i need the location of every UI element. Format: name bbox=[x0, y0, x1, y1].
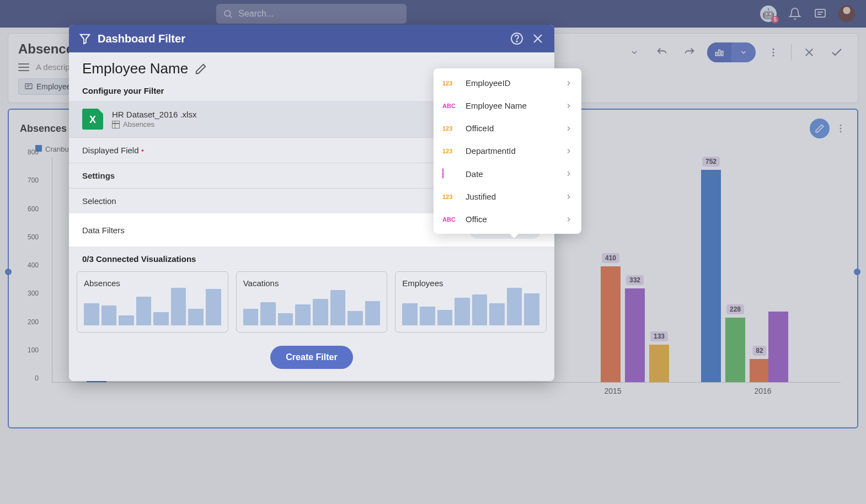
chevron-right-icon bbox=[565, 216, 573, 223]
datasource-filename: HR Dataset_2016 .xlsx bbox=[112, 110, 196, 119]
resize-handle-right[interactable] bbox=[854, 269, 860, 275]
edit-name-icon[interactable] bbox=[195, 63, 207, 75]
bar-value-label: 133 bbox=[650, 331, 668, 341]
chart-icon bbox=[707, 42, 731, 62]
y-tick: 100 bbox=[28, 346, 39, 354]
viz-card-title: Vacations bbox=[243, 278, 381, 288]
svg-point-14 bbox=[840, 125, 842, 126]
more-icon[interactable] bbox=[763, 42, 783, 62]
redo-button[interactable] bbox=[680, 42, 699, 62]
chevron-right-icon bbox=[565, 193, 573, 201]
chart-bar bbox=[768, 312, 788, 382]
undo-button[interactable] bbox=[652, 42, 672, 62]
field-option[interactable]: Date bbox=[434, 162, 581, 185]
field-option-label: Office bbox=[466, 215, 557, 224]
data-filters-label: Data Filters bbox=[82, 226, 125, 235]
chevron-right-icon bbox=[565, 79, 573, 87]
viz-card[interactable]: Vacations bbox=[236, 271, 388, 333]
viz-card-title: Absences bbox=[84, 278, 221, 288]
y-tick: 600 bbox=[28, 205, 39, 213]
field-option-label: EmployeeID bbox=[466, 78, 557, 88]
y-tick: 700 bbox=[28, 176, 39, 184]
viz-card[interactable]: Employees bbox=[395, 271, 547, 333]
search-icon bbox=[223, 8, 233, 19]
filter-name: Employee Name bbox=[82, 60, 188, 77]
modal-title: Dashboard Filter bbox=[98, 33, 503, 45]
field-option[interactable]: ABCEmployee Name bbox=[434, 94, 581, 117]
field-option[interactable]: 123EmployeeID bbox=[434, 72, 581, 94]
bell-icon[interactable] bbox=[788, 7, 802, 21]
help-icon[interactable] bbox=[510, 32, 523, 45]
svg-marker-17 bbox=[81, 35, 90, 44]
edit-chart-button[interactable] bbox=[810, 119, 830, 138]
field-option-label: Employee Name bbox=[466, 101, 557, 110]
viz-card-sparkline bbox=[402, 292, 539, 325]
chart-bar: 228 bbox=[725, 318, 745, 382]
y-tick: 500 bbox=[28, 233, 39, 241]
y-tick: 0 bbox=[35, 374, 39, 382]
resize-handle-left[interactable] bbox=[5, 269, 12, 275]
svg-line-1 bbox=[230, 15, 232, 17]
bar-value-label: 752 bbox=[702, 157, 720, 167]
viz-card-sparkline bbox=[243, 292, 381, 325]
svg-point-9 bbox=[773, 49, 774, 50]
numeric-type-icon: 123 bbox=[442, 194, 458, 200]
text-type-icon: ABC bbox=[442, 216, 458, 223]
notification-badge: 5 bbox=[771, 16, 779, 23]
numeric-type-icon: 123 bbox=[442, 80, 458, 87]
search-input[interactable] bbox=[238, 9, 400, 19]
connected-viz-label: 0/3 Connected Visualizations bbox=[69, 246, 554, 271]
chart-bar: 332 bbox=[625, 288, 645, 382]
toolbar-divider bbox=[791, 44, 792, 61]
filter-chip-employee[interactable]: Employee bbox=[18, 78, 77, 95]
chart-bar: 133 bbox=[649, 345, 669, 382]
y-tick: 400 bbox=[28, 261, 39, 269]
filter-chip-label: Employee bbox=[36, 82, 71, 91]
svg-point-0 bbox=[224, 10, 231, 17]
filter-icon bbox=[79, 33, 91, 45]
chart-bar: 410 bbox=[601, 266, 621, 382]
y-tick: 300 bbox=[28, 289, 39, 297]
y-axis: 0100200300400500600700800 bbox=[20, 157, 42, 394]
assistant-avatar[interactable]: 🤖5 bbox=[760, 6, 777, 22]
svg-point-19 bbox=[516, 41, 517, 42]
field-option-label: Date bbox=[466, 169, 557, 179]
field-option[interactable]: ABCOffice bbox=[434, 208, 581, 230]
modal-close-icon[interactable] bbox=[531, 32, 544, 45]
svg-point-16 bbox=[840, 131, 842, 132]
y-tick: 800 bbox=[28, 148, 39, 156]
dropdown-toggle[interactable] bbox=[624, 42, 644, 62]
create-filter-button[interactable]: Create Filter bbox=[270, 346, 352, 369]
field-option[interactable]: 123OfficeId bbox=[434, 117, 581, 140]
confirm-icon[interactable] bbox=[827, 42, 847, 62]
top-navbar: 🤖5 bbox=[0, 0, 866, 28]
chart-bar: 752 bbox=[701, 170, 721, 382]
user-avatar[interactable] bbox=[838, 6, 855, 22]
field-option[interactable]: 123DepartmentId bbox=[434, 140, 581, 162]
field-dropdown: 123EmployeeIDABCEmployee Name123OfficeId… bbox=[434, 68, 581, 234]
chart-type-button[interactable] bbox=[707, 42, 756, 62]
menu-icon[interactable] bbox=[18, 63, 29, 71]
field-option-label: Justified bbox=[466, 192, 557, 201]
close-icon[interactable] bbox=[799, 42, 819, 62]
x-tick-label: 2015 bbox=[604, 387, 621, 395]
svg-point-10 bbox=[773, 52, 774, 53]
field-option-label: OfficeId bbox=[466, 124, 557, 133]
chart-bar: 82 bbox=[750, 359, 769, 382]
sheet-icon bbox=[112, 121, 120, 128]
svg-rect-8 bbox=[721, 51, 723, 56]
chart-more-icon[interactable] bbox=[835, 123, 846, 134]
svg-rect-2 bbox=[815, 9, 825, 17]
viz-card[interactable]: Absences bbox=[77, 271, 228, 333]
y-tick: 200 bbox=[28, 318, 39, 326]
viz-card-sparkline bbox=[84, 292, 221, 325]
numeric-type-icon: 123 bbox=[442, 148, 458, 154]
global-search[interactable] bbox=[216, 4, 407, 24]
field-option[interactable]: 123Justified bbox=[434, 185, 581, 208]
svg-point-11 bbox=[773, 55, 774, 56]
bar-value-label: 332 bbox=[626, 275, 644, 285]
chart-title: Absences bbox=[20, 123, 67, 135]
chat-icon[interactable] bbox=[813, 7, 827, 21]
field-option-label: DepartmentId bbox=[466, 146, 557, 156]
chevron-right-icon bbox=[565, 102, 573, 110]
